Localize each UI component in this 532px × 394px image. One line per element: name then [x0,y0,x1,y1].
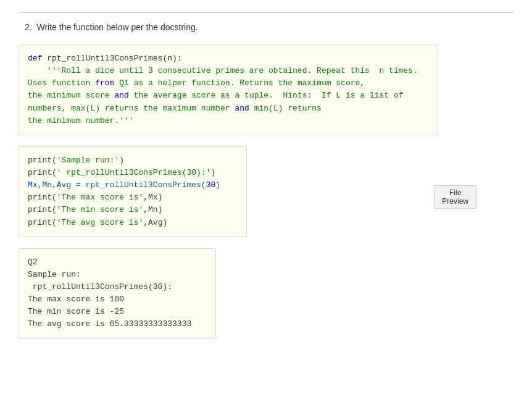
sample-run-code-block: print('Sample run:') print(' rpt_rollUnt… [19,146,247,237]
sample-line-6: print('The avg score is',Avg) [28,218,167,227]
question-number: 2. [25,22,32,32]
docstring-line-1: '''Roll a dice until 3 consecutive prime… [28,66,418,75]
page-container: 2. Write the function below per the docs… [0,0,532,394]
docstring-line-3: the minimum score and the average score … [28,91,404,100]
sample-line-3: Mx,Mn,Avg = rpt_rollUntil3ConsPrimes(30) [28,180,220,190]
output-line-3: The max score is 100 [28,295,124,304]
question-header: 2. Write the function below per the docs… [19,22,513,32]
sample-and-output-row: print('Sample run:') print(' rpt_rollUnt… [19,146,513,248]
output-line-2: rpt_rollUntil3ConsPrimes(30): [28,282,172,291]
docstring-code-block: def rpt_rollUntil3ConsPrimes(n): '''Roll… [19,44,438,135]
question-text: Write the function below per the docstri… [36,22,197,32]
keyword-def: def [28,54,42,63]
sample-line-1: print('Sample run:') [28,156,124,165]
output-line-1: Sample run: [28,270,81,279]
output-label: Q2 [28,258,38,267]
sample-line-5: print('The min score is',Mn) [28,205,162,214]
docstring-line-4: numbers, max(L) returns the maximum numb… [28,104,322,113]
docstring-line-2: Uses function from Q1 as a helper functi… [28,78,365,88]
sample-line-2: print(' rpt_rollUntil3ConsPrimes(30):') [28,168,215,177]
function-name: rpt_rollUntil3ConsPrimes [47,54,162,63]
output-line-5: The avg score is 65.33333333333333 [28,319,191,329]
sample-line-4: print('The max score is',Mx) [28,193,162,202]
output-line-4: The min score is -25 [28,307,124,316]
file-preview-button[interactable]: File Preview [434,185,476,209]
top-divider [19,12,513,13]
output-code-block: Q2 Sample run: rpt_rollUntil3ConsPrimes(… [19,248,216,339]
docstring-line-5: the minimum number.''' [28,116,134,125]
